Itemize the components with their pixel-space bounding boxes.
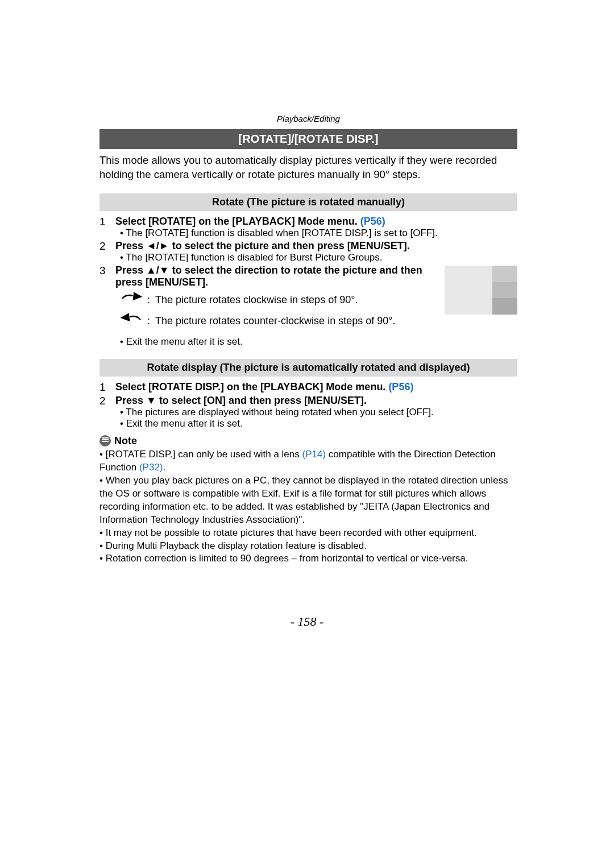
section2-banner: Rotate display (The picture is automatic… [99,359,517,377]
step1-bold: Select [ROTATE DISP.] on the [PLAYBACK] … [115,381,388,392]
note-item: • During Multi Playback the display rota… [99,540,517,553]
note-item: • When you play back pictures on a PC, t… [99,474,517,527]
step-body: Select [ROTATE DISP.] on the [PLAYBACK] … [115,381,517,394]
exit-bullet: • Exit the menu after it is set. [115,336,517,348]
diagram-left-pane [445,266,492,315]
step1-bullet: • The [ROTATE] function is disabled when… [115,228,517,239]
rotate-cw-row: : The picture rotates clockwise in steps… [115,292,440,308]
step2-bullet1: • The pictures are displayed without bei… [115,407,517,418]
page-ref-link[interactable]: (P32) [139,462,163,473]
step-number: 1 [99,381,115,394]
note-label: Note [99,435,517,447]
page-ref-link[interactable]: (P56) [360,216,385,227]
note1-a: • [ROTATE DISP.] can only be used with a… [99,449,302,460]
section1-banner: Rotate (The picture is rotated manually) [99,193,517,211]
svg-marker-1 [121,313,130,321]
note-item: • Rotation correction is limited to 90 d… [99,552,517,565]
thumbnail-diagram [445,266,517,315]
diagram-cell [492,266,517,282]
rotate-cw-text: The picture rotates clockwise in steps o… [155,294,440,306]
breadcrumb: Playback/Editing [99,114,517,123]
colon: : [147,294,155,306]
section2-step1: 1 Select [ROTATE DISP.] on the [PLAYBACK… [99,381,517,394]
note1-c: . [163,462,166,473]
section1-step2: 2 Press ◄/► to select the picture and th… [99,240,517,263]
rotate-ccw-icon [115,313,147,329]
note-text: Note [114,435,137,447]
note-item: • It may not be possible to rotate pictu… [99,527,517,540]
step-body: Press ▼ to select [ON] and then press [M… [115,395,517,429]
step-number: 2 [99,240,115,263]
page-ref-link[interactable]: (P14) [302,449,326,460]
step-body: Press ◄/► to select the picture and then… [115,240,517,263]
step2-bullet: • The [ROTATE] function is disabled for … [115,252,517,263]
rotate-cw-icon [115,292,147,308]
intro-text: This mode allows you to automatically di… [99,154,517,182]
step-body: Select [ROTATE] on the [PLAYBACK] Mode m… [115,216,517,239]
step-number: 1 [99,216,115,239]
step-number: 3 [99,264,115,288]
step2-bold-b: to select [ON] and then press [MENU/SET]… [156,395,367,406]
page-number: - 158 - [0,614,614,629]
note-item: • [ROTATE DISP.] can only be used with a… [99,448,517,474]
section1-step1: 1 Select [ROTATE] on the [PLAYBACK] Mode… [99,216,517,239]
page-title-banner: [ROTATE]/[ROTATE DISP.] [99,129,517,149]
section1-step3: 3 Press ▲/▼ to select the direction to r… [99,264,440,288]
rotate-ccw-row: : The picture rotates counter-clockwise … [115,313,440,329]
step2-bold-a: Press [115,240,146,251]
diagram-cell [492,298,517,315]
step1-bold: Select [ROTATE] on the [PLAYBACK] Mode m… [115,216,360,227]
section2-step2: 2 Press ▼ to select [ON] and then press … [99,395,517,429]
diagram-cell [492,282,517,299]
down-triangle-icon: ▼ [146,395,156,406]
step2-bold-a: Press [115,395,146,406]
note-icon [99,435,111,447]
left-right-triangle-icon: ◄/► [146,240,169,251]
step-number: 2 [99,395,115,429]
step-body: Press ▲/▼ to select the direction to rot… [115,264,440,288]
step2-bullet2: • Exit the menu after it is set. [115,418,517,429]
rotate-ccw-text: The picture rotates counter-clockwise in… [155,315,440,327]
step3-bold-a: Press [115,264,146,276]
up-down-triangle-icon: ▲/▼ [146,264,169,276]
step2-bold-b: to select the picture and then press [ME… [169,240,410,251]
svg-marker-0 [133,292,143,300]
page-ref-link[interactable]: (P56) [388,381,413,392]
colon: : [147,315,155,327]
notes-block: • [ROTATE DISP.] can only be used with a… [99,448,517,565]
